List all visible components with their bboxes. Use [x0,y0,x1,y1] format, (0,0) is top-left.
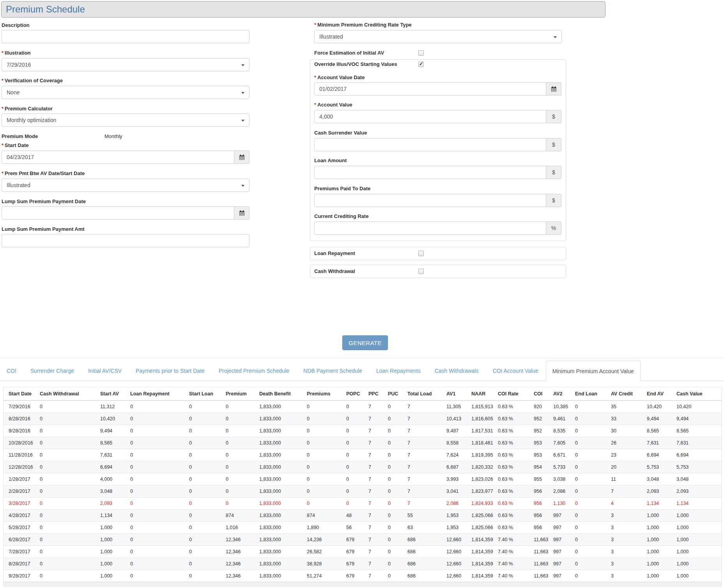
table-cell: 11,663 [534,570,553,582]
table-cell: 7 [611,485,647,498]
table-cell: 1,833,000 [259,534,307,546]
table-cell: 0 [189,570,226,582]
start-date-calendar-button[interactable] [234,151,250,164]
loan-amount-input[interactable] [314,166,546,179]
table-cell: 12,346 [226,558,259,570]
table-cell: 0 [307,473,346,485]
table-cell: 1,953 [446,522,471,534]
premiums-paid-to-date-input[interactable] [314,194,546,207]
lump-sum-amt-input[interactable] [2,234,250,247]
table-cell: 1,817,531 [471,425,498,437]
column-header: COI Rate [498,387,534,400]
table-cell: 12,346 [226,546,259,558]
account-value-date-group [314,82,561,96]
column-header: AV2 [553,387,575,400]
account-value-input[interactable] [314,110,546,123]
table-cell: 956 [534,498,553,510]
table-cell: 7 [407,473,446,485]
tab-minimum-premium-account-value[interactable]: Minimum Premium Account Value [546,361,641,381]
account-value-date-calendar-button[interactable] [546,82,561,96]
dollar-addon: $ [546,166,561,179]
current-crediting-rate-input[interactable] [314,221,546,235]
prem-pmt-btw-label: *Prem Pmt Btw AV Date/Start Date [2,170,85,176]
table-cell: 0 [388,413,407,425]
horizontal-scrollbar[interactable] [4,582,721,587]
tab-cash-withdrawals[interactable]: Cash Withdrawals [428,361,485,381]
table-cell: 1,833,000 [259,413,307,425]
table-cell: 0 [189,522,226,534]
lump-sum-amt-label: Lump Sum Premium Payment Amt [2,226,85,232]
override-values-checkbox[interactable] [418,62,424,67]
table-cell: 6/28/2017 [4,534,40,546]
table-cell: 3,041 [446,485,471,498]
table-cell: 0 [575,413,611,425]
tab-surrender-charge[interactable]: Surrender Charge [24,361,81,381]
table-cell: 0 [388,546,407,558]
table-cell: 0 [346,449,368,461]
table-cell: 874 [226,510,259,522]
min-prem-crediting-rate-type-select-value: Illustrated [319,34,343,40]
table-cell: 0 [575,437,611,449]
table-cell: 0 [130,546,189,558]
column-header: End Loan [575,387,611,400]
calendar-icon [239,154,245,160]
account-value-date-input[interactable] [314,82,546,96]
table-row: 5/28/201701,000001,0161,833,0001,8905670… [4,522,721,534]
table-cell: 0 [226,485,259,498]
table-cell: 0 [226,400,259,413]
table-cell: 0 [388,449,407,461]
table-cell: 5,753 [676,461,721,473]
table-cell: 0 [189,473,226,485]
generate-button[interactable]: GENERATE [342,335,388,350]
table-cell: 0.63 % [498,400,534,413]
force-estimation-checkbox[interactable] [418,50,424,56]
table-cell: 7.40 % [498,570,534,582]
description-input[interactable] [2,30,250,43]
table-cell: 8/28/2017 [4,558,40,570]
prem-pmt-btw-select[interactable]: Illustrated [2,179,250,192]
tab-loan-repayments[interactable]: Loan Repayments [370,361,427,381]
table-cell: 10,420 [100,413,130,425]
table-cell: 3 [611,546,647,558]
table-cell: 7 [368,570,388,582]
table-cell: 7 [407,437,446,449]
table-cell: 1,816,605 [471,413,498,425]
table-cell: 686 [407,534,446,546]
table-cell: 0 [307,400,346,413]
cash-surrender-value-input[interactable] [314,138,546,151]
required-marker: * [314,22,316,28]
table-cell: 4,000 [100,473,130,485]
illustration-select[interactable]: 7/29/2016 [2,58,250,71]
loan-repayment-checkbox[interactable] [418,251,424,256]
table-cell: 3 [611,522,647,534]
table-cell: 7 [407,485,446,498]
premium-calculator-select[interactable]: Monthly optimization [2,113,250,127]
table-cell: 0.63 % [498,449,534,461]
premium-mode-value: Monthly [104,133,122,139]
lump-sum-date-calendar-button[interactable] [234,206,250,220]
tab-coi[interactable]: COI [0,361,23,381]
dollar-addon: $ [546,194,561,207]
verification-of-coverage-select[interactable]: None [2,86,250,99]
table-cell: 3 [611,534,647,546]
table-cell: 1,000 [100,546,130,558]
column-header: POPC [346,387,368,400]
tab-projected-premium-schedule[interactable]: Projected Premium Schedule [212,361,296,381]
table-cell: 1,000 [647,558,676,570]
start-date-input[interactable] [2,151,234,164]
tab-payments-prior-to-start-date[interactable]: Payments prior to Start Date [129,361,211,381]
table-cell: 0 [346,461,368,473]
table-cell: 7 [368,485,388,498]
table-cell: 0.63 % [498,498,534,510]
table-cell: 1,819,395 [471,449,498,461]
tab-initial-av-csv[interactable]: Initial AV/CSV [81,361,128,381]
table-cell: 1,833,000 [259,558,307,570]
min-prem-crediting-rate-type-select[interactable]: Illustrated [314,30,562,43]
dollar-sign: $ [552,142,555,148]
tab-ndb-payment-schedule[interactable]: NDB Payment Schedule [297,361,369,381]
tab-coi-account-value[interactable]: COI Account Value [486,361,545,381]
column-header: Premiums [307,387,346,400]
cash-withdrawal-checkbox[interactable] [418,269,424,274]
lump-sum-date-input[interactable] [2,206,234,220]
table-cell: 1/28/2017 [4,473,40,485]
